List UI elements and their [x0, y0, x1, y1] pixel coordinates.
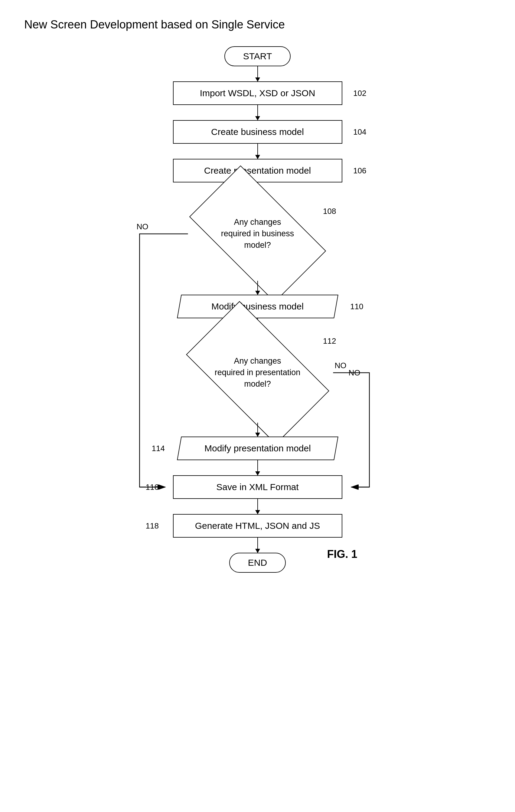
ref-108: 108: [323, 207, 336, 216]
step-116: Save in XML Format 116: [173, 475, 342, 499]
step-118: Generate HTML, JSON and JS 118: [173, 514, 342, 538]
start-node: START: [224, 46, 291, 66]
step-106: Create presentation model 106: [173, 159, 342, 182]
ref-116: 116: [146, 483, 159, 492]
step-114: Modify presentation model 114: [179, 437, 336, 460]
import-wsdl-box: Import WSDL, XSD or JSON: [173, 81, 342, 105]
create-presentation-model-box: Create presentation model: [173, 159, 342, 182]
generate-html-box: Generate HTML, JSON and JS: [173, 514, 342, 538]
end-node: END: [229, 553, 286, 573]
ref-110: 110: [350, 302, 363, 311]
diamond-112-text: Any changesrequired in presentationmodel…: [215, 355, 301, 390]
create-business-model-box: Create business model: [173, 120, 342, 144]
ref-114: 114: [152, 444, 165, 453]
no-112-label: NO: [349, 368, 361, 378]
ref-118: 118: [146, 521, 159, 531]
ref-102: 102: [353, 89, 366, 98]
diamond-112: Any changesrequired in presentationmodel…: [182, 334, 333, 412]
step-102: Import WSDL, XSD or JSON 102: [173, 81, 342, 105]
page-title: New Screen Development based on Single S…: [24, 18, 491, 31]
save-xml-box: Save in XML Format: [173, 475, 342, 499]
step-110: Modify business model 110: [179, 295, 336, 318]
ref-112: 112: [323, 337, 336, 346]
fig-label: FIG. 1: [327, 548, 357, 560]
diamond-108-text: Any changesrequired in businessmodel?: [221, 216, 294, 251]
end-terminal: END: [229, 553, 286, 573]
ref-104: 104: [353, 127, 366, 137]
ref-106: 106: [353, 166, 366, 175]
modify-presentation-model-box: Modify presentation model: [177, 437, 338, 460]
start-terminal: START: [224, 46, 291, 66]
step-104: Create business model 104: [173, 120, 342, 144]
diamond-108: Any changesrequired in businessmodel? 10…: [182, 198, 333, 270]
modify-business-model-box: Modify business model: [177, 295, 338, 318]
